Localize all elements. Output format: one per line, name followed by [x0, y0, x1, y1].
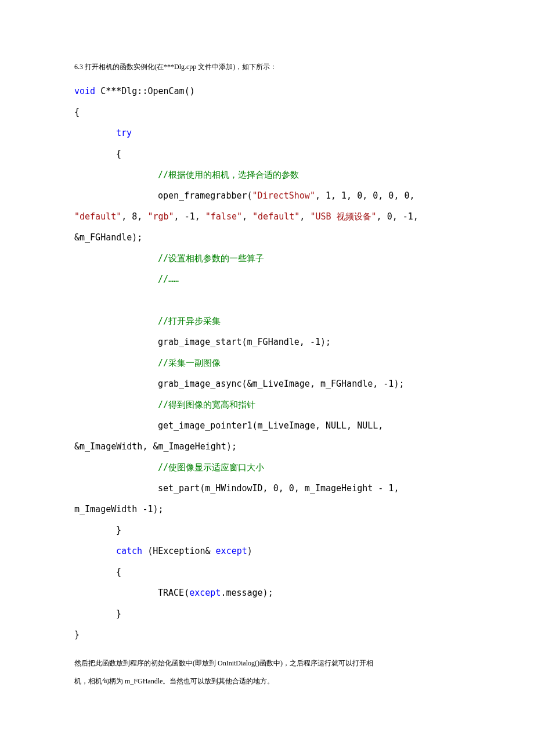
code-text: , -1, — [174, 211, 205, 222]
keyword-void: void — [74, 86, 95, 96]
code-text: { — [116, 149, 121, 159]
string-literal: "USB 视频设备" — [310, 211, 376, 222]
code-text: get_image_pointer1(m_LiveImage, NULL, NU… — [158, 420, 383, 431]
code-text: grab_image_start(m_FGHandle, -1); — [158, 337, 331, 347]
intro-text: 6.3 打开相机的函数实例化(在***Dlg.cpp 文件中添加)，如下所示： — [74, 58, 460, 76]
comment: //使图像显示适应窗口大小 — [158, 462, 264, 473]
outro-text-1: 然后把此函数放到程序的初始化函数中(即放到 OnInitDialog()函数中)… — [74, 654, 460, 672]
comment: //打开异步采集 — [158, 316, 221, 326]
code-text: &m_FGHandle); — [74, 232, 142, 243]
code-text: set_part(m_HWindowID, 0, 0, m_ImageHeigh… — [158, 483, 399, 494]
outro-text-2: 机，相机句柄为 m_FGHandle。当然也可以放到其他合适的地方。 — [74, 672, 460, 690]
code-text: ) — [247, 546, 252, 556]
keyword-try: try — [116, 128, 132, 138]
keyword-catch: catch — [116, 546, 142, 556]
code-text: , — [242, 211, 252, 222]
code-text: TRACE( — [158, 588, 189, 598]
code-text: (HException& — [142, 546, 215, 556]
string-literal: "false" — [205, 211, 242, 222]
string-literal: "DirectShow" — [252, 190, 315, 201]
code-text: m_ImageWidth -1); — [74, 504, 164, 514]
keyword-except: except — [216, 546, 247, 556]
comment: //…… — [158, 274, 179, 285]
comment: //采集一副图像 — [158, 358, 221, 368]
keyword-except: except — [189, 588, 221, 598]
comment: //设置相机参数的一些算子 — [158, 253, 264, 264]
code-block: void C***Dlg::OpenCam() { try { //根据使用的相… — [74, 81, 460, 645]
comment: //根据使用的相机，选择合适的参数 — [158, 170, 299, 180]
code-text: .message); — [221, 588, 273, 598]
code-text: , 8, — [121, 211, 147, 222]
comment: //得到图像的宽高和指针 — [158, 399, 255, 410]
string-literal: "rgb" — [147, 211, 174, 222]
code-text: } — [74, 629, 80, 640]
code-text: } — [116, 609, 121, 619]
code-text: open_framegrabber( — [158, 190, 252, 201]
code-text: { — [74, 107, 80, 117]
code-text: C***Dlg::OpenCam() — [95, 86, 195, 96]
string-literal: "default" — [252, 211, 300, 222]
code-text: { — [116, 567, 121, 577]
code-text: , 1, 1, 0, 0, 0, 0, — [315, 190, 415, 201]
code-text: } — [116, 525, 121, 535]
code-text: , — [300, 211, 310, 222]
code-text: &m_ImageWidth, &m_ImageHeight); — [74, 441, 237, 452]
code-text: , 0, -1, — [377, 211, 418, 222]
code-text: grab_image_async(&m_LiveImage, m_FGHandl… — [158, 379, 404, 389]
string-literal: "default" — [74, 211, 121, 222]
